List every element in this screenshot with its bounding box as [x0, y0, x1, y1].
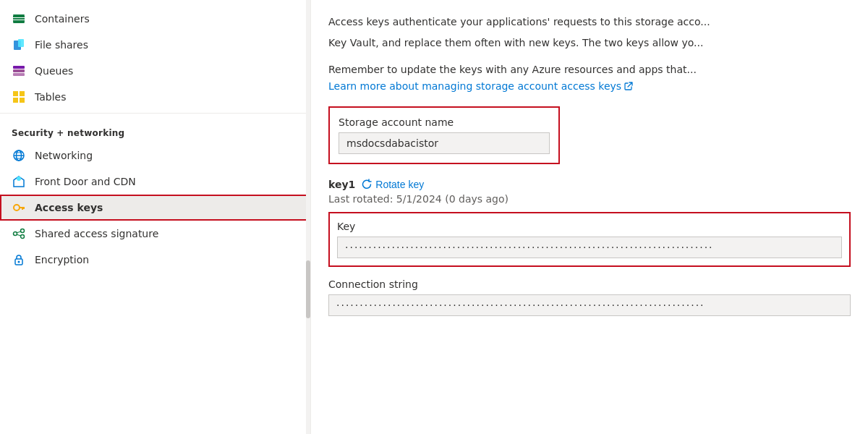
learn-more-link[interactable]: Learn more about managing storage accoun… [328, 80, 633, 92]
last-rotated-text: Last rotated: 5/1/2024 (0 days ago) [328, 193, 851, 205]
svg-rect-1 [13, 18, 25, 20]
svg-rect-6 [18, 39, 24, 47]
sidebar-item-front-door[interactable]: Front Door and CDN [0, 169, 310, 195]
encryption-label: Encryption [35, 254, 89, 265]
key1-header: key1 Rotate key [328, 179, 851, 190]
security-section-header: Security + networking [0, 116, 310, 142]
sidebar-item-containers[interactable]: Containers [0, 6, 310, 32]
file-shares-label: File shares [35, 39, 88, 51]
svg-rect-10 [13, 91, 18, 96]
queues-label: Queues [35, 65, 73, 77]
svg-rect-8 [13, 69, 25, 72]
svg-rect-11 [20, 91, 25, 96]
svg-point-30 [18, 261, 20, 263]
containers-label: Containers [35, 13, 90, 25]
svg-point-20 [14, 205, 20, 210]
sidebar-group-storage: Containers File shares Queues [0, 6, 310, 110]
storage-account-label: Storage account name [339, 116, 550, 128]
svg-rect-3 [13, 14, 25, 16]
learn-more-text: Learn more about managing storage accoun… [328, 80, 621, 92]
svg-line-28 [17, 234, 21, 236]
sidebar-section-security: Security + networking Networking [0, 116, 310, 273]
file-shares-icon [12, 38, 26, 52]
svg-point-25 [21, 229, 25, 233]
sidebar-item-access-keys[interactable]: Access keys [0, 195, 310, 221]
rotate-icon [361, 179, 373, 190]
description-line1: Access keys authenticate your applicatio… [328, 14, 851, 30]
key-field-label: Key [337, 221, 842, 232]
main-content: Access keys authenticate your applicatio… [311, 0, 868, 434]
storage-account-box: Storage account name msdocsdabacistor [328, 106, 560, 164]
key-field-box: Key ····································… [328, 212, 851, 267]
svg-point-19 [17, 176, 21, 181]
svg-rect-7 [13, 66, 25, 69]
rotate-key-button[interactable]: Rotate key [361, 179, 424, 190]
sidebar-item-networking[interactable]: Networking [0, 142, 310, 169]
connection-string-label: Connection string [328, 278, 851, 290]
key-dots-value: ········································… [337, 237, 842, 258]
svg-rect-13 [20, 98, 25, 103]
sidebar-item-shared-access[interactable]: Shared access signature [0, 221, 310, 247]
svg-rect-4 [13, 22, 25, 23]
access-keys-label: Access keys [35, 202, 103, 213]
networking-icon [12, 148, 26, 163]
queues-icon [12, 64, 26, 78]
shared-access-label: Shared access signature [35, 228, 158, 239]
networking-label: Networking [35, 150, 93, 161]
rotate-key-label: Rotate key [375, 179, 424, 190]
encryption-icon [12, 252, 26, 267]
sidebar-item-encryption[interactable]: Encryption [0, 247, 310, 273]
tables-label: Tables [35, 91, 67, 103]
scrollbar-thumb[interactable] [306, 260, 310, 318]
svg-rect-0 [13, 16, 25, 17]
external-link-icon [624, 82, 633, 90]
tables-icon [12, 90, 26, 104]
key-icon [12, 200, 26, 215]
svg-rect-12 [13, 98, 18, 103]
svg-point-26 [21, 235, 25, 239]
shared-access-icon [12, 226, 26, 241]
svg-rect-9 [13, 73, 25, 76]
front-door-icon [12, 174, 26, 189]
front-door-label: Front Door and CDN [35, 176, 136, 187]
containers-icon [12, 12, 26, 26]
svg-point-24 [14, 232, 17, 236]
storage-account-value: msdocsdabacistor [339, 132, 550, 154]
description-line2: Key Vault, and replace them often with n… [328, 35, 851, 51]
svg-rect-2 [13, 20, 25, 22]
svg-line-27 [17, 231, 21, 233]
scrollbar-track[interactable] [306, 0, 310, 434]
sidebar: Containers File shares Queues [0, 0, 311, 434]
sidebar-item-file-shares[interactable]: File shares [0, 32, 310, 58]
connection-string-dots: ········································… [328, 294, 851, 316]
key1-label: key1 [328, 179, 355, 190]
sidebar-item-tables[interactable]: Tables [0, 84, 310, 110]
remember-text: Remember to update the keys with any Azu… [328, 62, 851, 77]
sidebar-item-queues[interactable]: Queues [0, 58, 310, 84]
connection-string-section: Connection string ······················… [328, 278, 851, 316]
